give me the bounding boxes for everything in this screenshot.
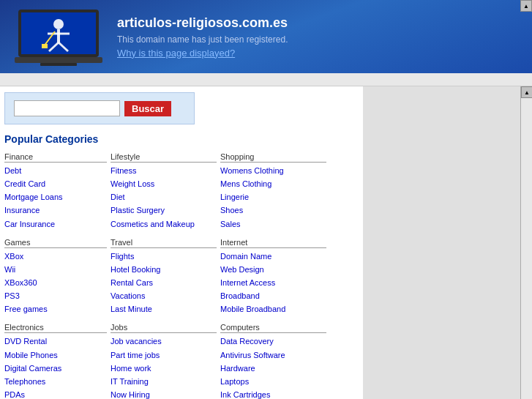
travel-section: Travel Flights Hotel Booking Rental Cars… <box>110 238 217 316</box>
cat-link[interactable]: Antivirus Software <box>220 348 326 362</box>
header: articulos-religiosos.com.es This domain … <box>0 0 532 73</box>
shopping-section: Shopping Womens Clothing Mens Clothing L… <box>220 152 326 231</box>
header-domain: articulos-religiosos.com.es <box>117 15 288 31</box>
cat-link[interactable]: PS3 <box>4 289 107 302</box>
cat-link[interactable]: Mobile Broadband <box>220 302 326 316</box>
header-banner: articulos-religiosos.com.es This domain … <box>0 0 532 73</box>
search-input[interactable] <box>14 100 120 116</box>
cat-link[interactable]: Ink Cartridges <box>220 388 326 399</box>
popular-heading: Popular Categories <box>4 133 359 145</box>
cat-link[interactable]: Mens Clothing <box>220 177 326 190</box>
scrollbar-top-btn[interactable]: ▲ <box>520 0 532 12</box>
why-link[interactable]: Why is this page displayed? <box>117 48 235 59</box>
finance-label: Finance <box>4 152 107 163</box>
cat-link[interactable]: Digital Cameras <box>4 362 107 375</box>
header-description: This domain name has just been registere… <box>117 34 288 45</box>
lifestyle-label: Lifestyle <box>110 152 217 163</box>
cat-link[interactable]: DVD Rental <box>4 335 107 348</box>
computers-section: Computers Data Recovery Antivirus Softwa… <box>220 323 326 399</box>
cat-link[interactable]: IT Training <box>110 375 217 388</box>
search-button[interactable]: Buscar <box>124 101 171 116</box>
search-section: Buscar <box>4 92 195 124</box>
cat-link[interactable]: Data Recovery <box>220 335 326 348</box>
cat-link[interactable]: Last Minute <box>110 302 217 316</box>
games-section: Games XBox Wii XBox360 PS3 Free games <box>4 238 107 316</box>
cat-link[interactable]: Vacations <box>110 289 217 302</box>
cat-link[interactable]: Wii <box>4 263 107 276</box>
cat-link[interactable]: XBox360 <box>4 276 107 289</box>
internet-label: Internet <box>220 238 326 248</box>
finance-section: Finance Debt Credit Card Mortgage Loans … <box>4 152 107 231</box>
cat-link[interactable]: XBox <box>4 250 107 263</box>
svg-rect-9 <box>15 57 102 63</box>
cat-link[interactable]: Now Hiring <box>110 388 217 399</box>
cat-link[interactable]: Sales <box>220 217 326 231</box>
cat-link[interactable]: Laptops <box>220 375 326 388</box>
svg-point-2 <box>53 19 64 29</box>
cat-link[interactable]: Domain Name <box>220 250 326 263</box>
games-label: Games <box>4 238 107 248</box>
cat-link[interactable]: Debt <box>4 164 107 177</box>
cat-link[interactable]: Credit Card <box>4 177 107 190</box>
jobs-section: Jobs Job vacancies Part time jobs Home w… <box>110 323 217 399</box>
travel-label: Travel <box>110 238 217 248</box>
cat-link[interactable]: Fitness <box>110 164 217 177</box>
svg-rect-8 <box>42 44 48 48</box>
computers-label: Computers <box>220 323 326 333</box>
header-text-area: articulos-religiosos.com.es This domain … <box>117 15 288 59</box>
cat-link[interactable]: Free games <box>4 302 107 316</box>
cat-link[interactable]: Rental Cars <box>110 276 217 289</box>
cat-link[interactable]: Diet <box>110 190 217 204</box>
cat-link[interactable]: Insurance <box>4 204 107 217</box>
internet-section: Internet Domain Name Web Design Internet… <box>220 238 326 316</box>
cat-link[interactable]: Flights <box>110 250 217 263</box>
cat-link[interactable]: Car Insurance <box>4 217 107 231</box>
cat-link[interactable]: Broadband <box>220 289 326 302</box>
main-content: Buscar Popular Categories Finance Debt C… <box>0 86 363 399</box>
left-column: Finance Debt Credit Card Mortgage Loans … <box>4 152 107 399</box>
scrollbar: ▲ ▼ <box>520 86 532 399</box>
middle-column: Lifestyle Fitness Weight Loss Diet Plast… <box>110 152 217 399</box>
laptop-illustration <box>11 6 106 68</box>
scroll-track <box>521 98 532 399</box>
cat-link[interactable]: Shoes <box>220 204 326 217</box>
white-gap <box>0 73 532 86</box>
right-column: Shopping Womens Clothing Mens Clothing L… <box>220 152 326 399</box>
cat-link[interactable]: Hardware <box>220 362 326 375</box>
jobs-label: Jobs <box>110 323 217 333</box>
cat-link[interactable]: Part time jobs <box>110 348 217 362</box>
cat-link[interactable]: Plastic Surgery <box>110 204 217 217</box>
scroll-up-btn[interactable]: ▲ <box>521 86 532 98</box>
cat-link[interactable]: Lingerie <box>220 190 326 204</box>
lifestyle-section: Lifestyle Fitness Weight Loss Diet Plast… <box>110 152 217 231</box>
cat-link[interactable]: Job vacancies <box>110 335 217 348</box>
cat-link[interactable]: Telephones <box>4 375 107 388</box>
cat-link[interactable]: Web Design <box>220 263 326 276</box>
electronics-section: Electronics DVD Rental Mobile Phones Dig… <box>4 323 107 399</box>
cat-link[interactable]: Internet Access <box>220 276 326 289</box>
electronics-label: Electronics <box>4 323 107 333</box>
cat-link[interactable]: Cosmetics and Makeup <box>110 217 217 231</box>
cat-link[interactable]: Weight Loss <box>110 177 217 190</box>
cat-link[interactable]: Hotel Booking <box>110 263 217 276</box>
cat-link[interactable]: Home work <box>110 362 217 375</box>
shopping-label: Shopping <box>220 152 326 163</box>
cat-link[interactable]: Mortgage Loans <box>4 190 107 204</box>
cat-link[interactable]: Womens Clothing <box>220 164 326 177</box>
cat-link[interactable]: PDAs <box>4 388 107 399</box>
gray-sidebar <box>363 86 520 399</box>
cat-link[interactable]: Mobile Phones <box>4 348 107 362</box>
svg-rect-10 <box>40 63 77 66</box>
